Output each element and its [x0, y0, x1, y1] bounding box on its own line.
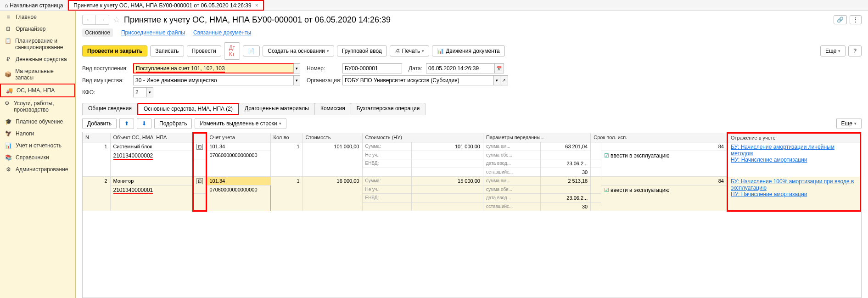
eagle-icon: 🦅 — [5, 130, 12, 137]
post-button[interactable]: Провести — [187, 45, 221, 56]
list-button[interactable]: 📄 — [243, 45, 260, 56]
dropdown-icon[interactable]: ▾ — [294, 75, 300, 85]
more-button[interactable]: Еще — [820, 45, 846, 56]
sidebar-item-services[interactable]: ⚙Услуги, работы, производство — [0, 97, 75, 116]
cell-param-am: сумма ам... — [483, 142, 540, 151]
col-account[interactable]: Счет учета — [206, 133, 270, 142]
cell-param-ob: сумма обе... — [483, 186, 540, 194]
cell-check[interactable]: ☑ ввести в эксплуатацию — [601, 186, 728, 211]
number-label: Номер: — [303, 65, 340, 72]
sidebar-item-planning[interactable]: 📋Планирование и санкционирование — [0, 35, 75, 53]
tab-main-assets[interactable]: Основные средства, НМА, НПА (2) — [137, 103, 239, 115]
cell-param-date-val: 23.06.2... — [541, 159, 591, 168]
sidebar-item-label: Материальные запасы — [15, 68, 71, 81]
ref1-link[interactable]: БУ: Начисление амортизации линейным мето… — [731, 144, 834, 157]
table-row[interactable]: 2 Монитор ⊡ 101.34 1 16 000,00 Сумма: 15… — [83, 177, 861, 186]
help-button[interactable]: ? — [848, 45, 862, 56]
cell-box[interactable]: ⊡ — [193, 142, 206, 159]
sidebar-item-education[interactable]: 🎓Платное обучение — [0, 116, 75, 128]
col-object[interactable]: Объект ОС, НМА, НПА — [110, 133, 193, 142]
edit-selected-button[interactable]: Изменить выделенные строки — [195, 118, 286, 129]
print-button[interactable]: 🖨 Печать — [390, 45, 429, 56]
cell-box[interactable]: ⊡ — [193, 177, 206, 194]
receipt-type-label: Вид поступления: — [82, 65, 130, 72]
tab-precious[interactable]: Драгоценные материалы — [239, 103, 315, 115]
create-on-button[interactable]: Создать на основании — [263, 45, 334, 56]
open-icon[interactable]: ↗ — [500, 75, 508, 85]
dt-kt-button[interactable]: ДтКт — [224, 42, 241, 60]
number-input[interactable] — [342, 63, 402, 73]
more-button[interactable]: ⋮ — [850, 15, 862, 24]
org-input[interactable] — [342, 75, 494, 85]
date-label: Дата: — [405, 65, 423, 72]
cell-account2: 07060000000000000 — [206, 151, 270, 177]
dropdown-icon[interactable]: ▾ — [147, 87, 153, 97]
col-n[interactable]: N — [83, 133, 110, 142]
kfo-input[interactable] — [133, 87, 147, 97]
sidebar-item-money[interactable]: ₽Денежные средства — [0, 53, 75, 65]
menu-icon: ≡ — [5, 14, 12, 20]
ref2-link[interactable]: НУ: Начисление амортизации — [731, 191, 807, 197]
subnav-main[interactable]: Основное — [82, 28, 113, 37]
check-icon: ☑ — [604, 152, 609, 159]
cell-check[interactable]: ☑ ввести в эксплуатацию — [601, 151, 728, 177]
col-qty[interactable]: Кол-во — [270, 133, 302, 142]
sidebar-item-organizer[interactable]: 🗓Органайзер — [0, 23, 75, 35]
forward-button[interactable]: → — [96, 15, 109, 24]
save-button[interactable]: Записать — [150, 45, 184, 56]
col-term[interactable]: Срок пол. исп. — [591, 133, 728, 142]
date-input[interactable] — [426, 63, 495, 73]
receipt-type-input[interactable]: Поступление на счет 101, 102, 103 — [133, 63, 294, 73]
asset-type-input[interactable] — [133, 75, 294, 85]
page-title: Принятие к учету ОС, НМА, НПА БУ00-00000… — [124, 15, 391, 25]
dropdown-icon[interactable]: ▾ — [494, 75, 500, 85]
subnav-files[interactable]: Присоединенные файлы — [121, 29, 185, 36]
tab-accounting[interactable]: Бухгалтерская операция — [351, 103, 426, 115]
col-cost[interactable]: Стоимость — [302, 133, 362, 142]
sidebar-item-materials[interactable]: 📦Материальные запасы — [0, 65, 75, 84]
tab-home[interactable]: ⌂ Начальная страница — [0, 0, 68, 11]
dropdown-icon[interactable]: ▾ — [294, 63, 300, 73]
card-icon: ⊡ — [196, 178, 203, 184]
subnav-related[interactable]: Связанные документы — [193, 29, 251, 36]
link-button[interactable]: 🔗 — [834, 15, 847, 24]
post-close-button[interactable]: Провести и закрыть — [82, 45, 147, 56]
col-box — [193, 133, 206, 142]
sidebar-item-assets[interactable]: 🚚ОС, НМА, НПА — [0, 84, 75, 97]
tab-document[interactable]: Принятие к учету ОС, НМА, НПА БУ00-00000… — [68, 0, 263, 11]
more-button[interactable]: Еще — [836, 118, 862, 129]
cell-name: Монитор — [110, 177, 193, 186]
calendar-icon[interactable]: 📅 — [495, 63, 504, 73]
col-reflection[interactable]: Отражение в учете — [728, 133, 861, 142]
sidebar-item-refs[interactable]: 📚Справочники — [0, 152, 75, 163]
move-up-button[interactable]: ⬆ — [119, 118, 134, 129]
sidebar-item-taxes[interactable]: 🦅Налоги — [0, 128, 75, 140]
group-input-button[interactable]: Групповой ввод — [337, 45, 387, 56]
col-cost-nu[interactable]: Стоимость (НУ) — [362, 133, 483, 142]
chart-icon: 📊 — [5, 142, 12, 149]
cell-account1: 101.34 — [206, 177, 270, 186]
close-icon[interactable]: × — [255, 2, 258, 9]
tab-general[interactable]: Общие сведения — [82, 103, 138, 115]
tab-commission[interactable]: Комиссия — [314, 103, 351, 115]
movements-button[interactable]: 📊 Движения документа — [432, 45, 505, 56]
table-row[interactable]: 1 Системный блок ⊡ 101.34 1 101 000,00 С… — [83, 142, 861, 151]
check-icon: ☑ — [604, 187, 609, 193]
ref2-link[interactable]: НУ: Начисление амортизации — [731, 157, 807, 163]
cell-account2[interactable]: 07060000000000000 — [206, 186, 270, 211]
col-params[interactable]: Параметры переданны... — [483, 133, 590, 142]
cell-nu-sum: 15 000,00 — [412, 177, 483, 186]
sidebar: ≡Главное 🗓Органайзер 📋Планирование и сан… — [0, 11, 76, 298]
move-down-button[interactable]: ⬇ — [137, 118, 151, 129]
tab-home-label: Начальная страница — [10, 2, 63, 9]
back-button[interactable]: ← — [83, 15, 96, 24]
sidebar-item-admin[interactable]: ⚙Администрирование — [0, 163, 75, 175]
sidebar-item-reporting[interactable]: 📊Учет и отчетность — [0, 140, 75, 152]
cell-name: Системный блок — [110, 142, 193, 151]
favorite-icon[interactable]: ☆ — [113, 15, 120, 25]
sidebar-item-label: Учет и отчетность — [16, 142, 62, 149]
add-button[interactable]: Добавить — [82, 118, 117, 129]
ref1-link[interactable]: БУ: Начисление 100% амортизации при ввод… — [731, 178, 854, 191]
pick-button[interactable]: Подобрать — [154, 118, 192, 129]
sidebar-item-main[interactable]: ≡Главное — [0, 11, 75, 23]
